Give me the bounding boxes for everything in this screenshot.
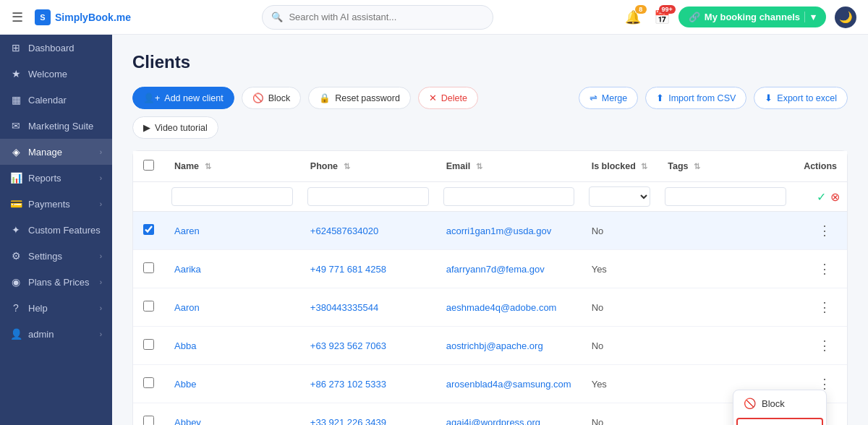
table-row: Aaren +624587634020 acorri1gan1m@usda.go… (133, 212, 847, 250)
row-checkbox-cell[interactable] (133, 327, 164, 365)
client-phone-cell: +380443335544 (300, 288, 436, 327)
select-all-header[interactable] (133, 151, 164, 182)
sidebar-item-calendar[interactable]: ▦ Calendar (0, 87, 112, 113)
sidebar-item-payments[interactable]: 💳 Payments › (0, 191, 112, 217)
filter-tags-input[interactable] (665, 187, 786, 206)
client-email-link[interactable]: aostrichbj@apache.org (446, 340, 543, 351)
sidebar-item-dashboard[interactable]: ⊞ Dashboard (0, 35, 112, 61)
filter-email-cell[interactable] (436, 182, 582, 212)
hamburger-icon[interactable]: ☰ (12, 9, 23, 25)
chevron-right-icon: › (100, 304, 102, 312)
booking-channels-button[interactable]: 🔗 My booking channels ▾ (678, 7, 826, 27)
row-checkbox[interactable] (143, 301, 154, 312)
filter-name-input[interactable] (171, 187, 293, 206)
clients-table-wrap: Name ⇅ Phone ⇅ Email ⇅ Is blocked (132, 150, 848, 425)
client-name-cell: Abba (164, 327, 300, 365)
filter-phone-input[interactable] (307, 187, 429, 206)
filter-blocked-select[interactable]: Yes No (589, 186, 651, 207)
chevron-right-icon: › (100, 200, 102, 208)
filter-tags-cell[interactable] (658, 182, 793, 212)
client-email-link[interactable]: afarryann7d@fema.gov (446, 264, 545, 275)
sidebar-item-custom-features[interactable]: ✦ Custom Features (0, 217, 112, 243)
client-name-link[interactable]: Abba (174, 340, 196, 351)
sidebar-item-reports[interactable]: 📊 Reports › (0, 165, 112, 191)
table-row: Aaron +380443335544 aeshmade4q@adobe.com… (133, 288, 847, 327)
sidebar-item-settings[interactable]: ⚙ Settings › (0, 243, 112, 269)
client-name-link[interactable]: Abbe (174, 379, 196, 390)
client-name-cell: Abbey (164, 403, 300, 426)
col-email[interactable]: Email ⇅ (436, 151, 582, 182)
avatar[interactable]: 🌙 (835, 7, 856, 28)
row-more-button[interactable]: ⋮ (812, 259, 837, 278)
sidebar-item-plans[interactable]: ◉ Plans & Prices › (0, 269, 112, 295)
client-name-link[interactable]: Abbey (174, 417, 201, 426)
sidebar-item-help[interactable]: ? Help › (0, 295, 112, 321)
row-more-button[interactable]: ⋮ (812, 221, 837, 240)
add-client-button[interactable]: 👤+ Add new client (132, 87, 234, 109)
sidebar-item-marketing[interactable]: ✉ Marketing Suite (0, 113, 112, 139)
row-more-button[interactable]: ⋮ (812, 336, 837, 355)
row-checkbox[interactable] (143, 262, 154, 273)
sort-blocked-icon: ⇅ (641, 162, 647, 171)
sidebar-item-welcome[interactable]: ★ Welcome (0, 61, 112, 87)
client-email-link[interactable]: acorri1gan1m@usda.gov (446, 226, 551, 236)
row-checkbox[interactable] (143, 339, 154, 350)
filter-blocked-cell[interactable]: Yes No (582, 182, 658, 212)
row-checkbox[interactable] (143, 224, 154, 235)
reset-password-button[interactable]: 🔒 Reset password (308, 87, 411, 109)
client-name-link[interactable]: Aaren (174, 226, 200, 236)
chevron-right-icon: › (100, 174, 102, 182)
payments-icon: 💳 (10, 198, 22, 210)
filter-clear-button[interactable]: ⊗ (830, 190, 840, 204)
client-name-link[interactable]: Aarika (174, 264, 201, 275)
client-email-cell: aeshmade4q@adobe.com (436, 288, 582, 327)
search-input[interactable] (289, 12, 484, 22)
col-blocked[interactable]: Is blocked ⇅ (582, 151, 658, 182)
import-label: Import from CSV (668, 93, 736, 103)
block-button[interactable]: 🚫 Block (242, 87, 302, 109)
filter-email-input[interactable] (443, 187, 574, 206)
block-context-icon: 🚫 (744, 398, 756, 409)
notifications-bell[interactable]: 🔔 8 (625, 9, 641, 25)
sidebar-item-label: Calendar (28, 95, 102, 106)
col-name[interactable]: Name ⇅ (164, 151, 300, 182)
filter-phone-cell[interactable] (300, 182, 436, 212)
main-layout: ⊞ Dashboard ★ Welcome ▦ Calendar ✉ Marke… (0, 35, 868, 425)
sidebar-item-admin[interactable]: 👤 admin › (0, 321, 112, 347)
row-checkbox-cell[interactable] (133, 288, 164, 327)
col-phone[interactable]: Phone ⇅ (300, 151, 436, 182)
row-checkbox-cell[interactable] (133, 403, 164, 426)
col-phone-label: Phone (310, 161, 338, 171)
client-phone-cell: +63 923 562 7063 (300, 327, 436, 365)
export-excel-button[interactable]: ⬇ Export to excel (754, 87, 848, 109)
delete-button[interactable]: ✕ Delete (418, 87, 478, 109)
row-checkbox-cell[interactable] (133, 365, 164, 403)
client-email-link[interactable]: arosenblad4a@samsung.com (446, 379, 571, 390)
sidebar-item-manage[interactable]: ◈ Manage › (0, 139, 112, 165)
search-bar[interactable]: 🔍 (262, 5, 493, 30)
col-name-label: Name (174, 161, 199, 171)
context-menu-block[interactable]: 🚫 Block (733, 390, 826, 416)
client-email-link[interactable]: agai4i@wordpress.org (446, 417, 540, 426)
col-tags[interactable]: Tags ⇅ (658, 151, 793, 182)
client-actions-cell: ⋮ (793, 250, 847, 288)
block-icon: 🚫 (252, 93, 264, 103)
row-checkbox[interactable] (143, 416, 154, 425)
client-email-link[interactable]: aeshmade4q@adobe.com (446, 302, 557, 313)
filter-name-cell[interactable] (164, 182, 300, 212)
filter-apply-button[interactable]: ✓ (817, 190, 826, 204)
video-tutorial-button[interactable]: ▶ Video tutorial (132, 116, 218, 139)
calendar-notifications[interactable]: 📅 99+ (654, 9, 670, 25)
context-menu-edit[interactable]: ✏️ Edit (736, 418, 823, 425)
client-name-link[interactable]: Aaron (174, 302, 200, 313)
row-checkbox-cell[interactable] (133, 250, 164, 288)
client-actions-cell: ⋮ (793, 327, 847, 365)
merge-button[interactable]: ⇌ Merge (579, 87, 638, 109)
row-checkbox-cell[interactable] (133, 212, 164, 250)
row-more-button[interactable]: ⋮ (812, 298, 837, 317)
context-block-label: Block (762, 398, 785, 409)
select-all-checkbox[interactable] (143, 160, 154, 171)
client-blocked-cell: No (582, 327, 658, 365)
import-csv-button[interactable]: ⬆ Import from CSV (645, 87, 746, 109)
row-checkbox[interactable] (143, 377, 154, 388)
